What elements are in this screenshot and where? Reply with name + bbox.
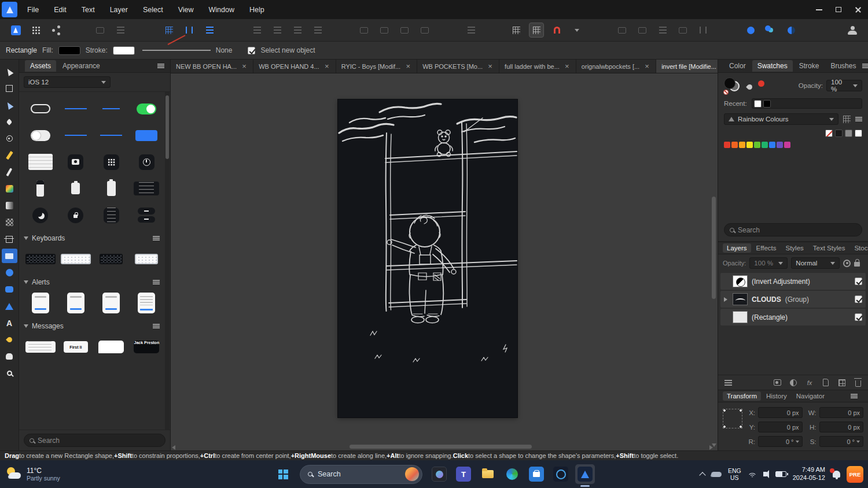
layer-visibility-checkbox[interactable] (855, 278, 862, 285)
eyedropper-icon[interactable] (746, 83, 753, 91)
quick-swatch[interactable] (845, 130, 852, 137)
language-switcher[interactable]: ENG US (728, 467, 741, 481)
rectangle-tool[interactable] (2, 249, 17, 263)
section-menu-icon[interactable] (153, 280, 160, 284)
doc-tab-full-ladder-with-be[interactable]: full ladder with be... (499, 60, 576, 73)
taskbar-app-file-explorer[interactable] (478, 464, 498, 484)
pixel-persona-icon[interactable] (28, 23, 43, 38)
flip-vertical-icon[interactable] (377, 23, 392, 38)
palette-swatch[interactable] (777, 142, 783, 148)
stroke-color-chip[interactable] (113, 46, 135, 55)
palette-swatch[interactable] (784, 142, 790, 148)
notifications-bell-icon[interactable] (833, 471, 840, 478)
section-menu-icon[interactable] (153, 236, 160, 241)
asset-blue-rect[interactable] (130, 123, 163, 147)
assets-scrollbar[interactable] (165, 92, 170, 430)
transform-input-r[interactable]: 0 ° (758, 436, 803, 447)
rotate-right-icon[interactable] (417, 23, 432, 38)
insert-in-front-icon[interactable] (635, 23, 650, 38)
tab-effects[interactable]: Effects (752, 243, 781, 253)
asset-keyboard-dark[interactable] (24, 247, 57, 271)
asset-calculator[interactable] (95, 150, 128, 174)
close-tab-icon[interactable] (404, 63, 411, 70)
doc-tab-new-bb-open-ha[interactable]: NEW BB OPEN HA... (171, 60, 253, 73)
layer-row-rectangle[interactable]: (Rectangle) (720, 309, 866, 326)
layer-visibility-checkbox[interactable] (855, 313, 862, 321)
asset-blue-line2[interactable] (95, 123, 128, 147)
asset-alert[interactable] (24, 291, 57, 315)
onedrive-cloud-icon[interactable] (711, 472, 722, 477)
asset-moon[interactable] (24, 203, 57, 227)
snapping-toggle-icon[interactable] (529, 23, 544, 38)
menu-edit[interactable]: Edit (46, 0, 74, 19)
layer-thumbnail[interactable] (733, 293, 748, 305)
new-group-icon[interactable] (837, 378, 847, 388)
menu-select[interactable]: Select (135, 0, 171, 19)
doc-tab-invert-file-modifie[interactable]: invert file [Modifie... (656, 60, 718, 73)
insert-behind-icon[interactable] (615, 23, 630, 38)
quick-swatch[interactable] (835, 130, 843, 137)
swatches-search-input[interactable] (738, 226, 856, 234)
recent-swatch[interactable] (754, 100, 762, 108)
pixel-view-icon[interactable] (784, 23, 799, 38)
tab-brushes[interactable]: Brushes (825, 60, 861, 72)
close-tab-icon[interactable] (241, 63, 248, 70)
tab-history[interactable]: History (762, 391, 791, 401)
asset-message-text[interactable]: First li (59, 335, 92, 359)
stroke-width-widget[interactable] (142, 46, 211, 54)
asset-message-bubble-dark[interactable]: Jack Preston (130, 335, 163, 359)
tray-chevron-up-icon[interactable] (699, 472, 705, 478)
asset-card[interactable] (24, 150, 57, 174)
taskbar-app-edge[interactable] (502, 464, 522, 484)
rotate-left-icon[interactable] (397, 23, 412, 38)
picked-color-dot[interactable] (758, 80, 764, 87)
volume-icon[interactable] (763, 472, 767, 476)
new-layer-icon[interactable] (821, 378, 831, 388)
layer-visibility-checkbox[interactable] (855, 295, 862, 303)
shape-builder-tool[interactable] (2, 131, 17, 146)
palette-swatch[interactable] (769, 142, 775, 148)
asset-message-bubble-light[interactable] (95, 335, 128, 359)
snap-objects-icon[interactable] (202, 23, 217, 38)
layer-opacity-select[interactable]: 100 % (749, 257, 788, 269)
tab-transform[interactable]: Transform (723, 391, 761, 401)
vector-crop-tool[interactable] (2, 232, 17, 246)
snap-grid-icon[interactable] (161, 23, 176, 38)
designer-persona-icon[interactable] (8, 23, 23, 38)
transform-input-y[interactable]: 0 px (758, 422, 803, 432)
menu-window[interactable]: Window (201, 0, 242, 19)
menu-view[interactable]: View (171, 0, 201, 19)
asset-toggle-on[interactable] (130, 97, 163, 121)
asset-status-bar[interactable] (95, 203, 128, 227)
asset-keyboard-light-small[interactable] (130, 247, 163, 271)
doc-tab-wb-open-hand-4[interactable]: WB OPEN HAND 4... (253, 60, 336, 73)
document-setup-icon[interactable] (113, 23, 128, 38)
doc-tab-orignalwbpockets[interactable]: orignalwbpockets [... (576, 60, 656, 73)
asset-flashlight[interactable] (24, 176, 57, 201)
layers-stack-icon[interactable] (723, 378, 733, 388)
artboard[interactable] (338, 99, 517, 417)
scroll-left-icon[interactable] (172, 445, 175, 450)
triangle-tool[interactable] (2, 299, 17, 313)
asset-alert[interactable] (95, 291, 128, 315)
asset-blue-dash[interactable] (59, 97, 92, 121)
asset-rotation-lock[interactable] (59, 203, 92, 227)
asset-screen-mirroring[interactable] (130, 176, 163, 201)
taskbar-app-teams[interactable] (454, 464, 473, 484)
tab-assets[interactable]: Assets (25, 60, 56, 72)
paint-brush-tool[interactable] (2, 182, 17, 196)
colour-picker-tool[interactable] (2, 332, 17, 347)
doc-tab-ryic-boys-modif[interactable]: RYIC - Boys [Modif... (336, 60, 418, 73)
layer-effects-icon[interactable] (804, 378, 815, 388)
place-image-icon[interactable] (93, 23, 108, 38)
palette-select[interactable]: Rainbow Colours (724, 113, 838, 125)
taskbar-app-copilot[interactable] (429, 464, 449, 484)
tab-stroke[interactable]: Stroke (794, 60, 825, 72)
tab-layers[interactable]: Layers (723, 243, 751, 253)
taskbar-app-microsoft-store[interactable] (527, 464, 546, 484)
flip-horizontal-icon[interactable] (356, 23, 372, 38)
menu-file[interactable]: File (20, 0, 46, 19)
vertical-scroll-thumb[interactable] (712, 197, 716, 299)
transparency-tool[interactable] (2, 215, 17, 230)
wifi-icon[interactable] (748, 471, 757, 478)
